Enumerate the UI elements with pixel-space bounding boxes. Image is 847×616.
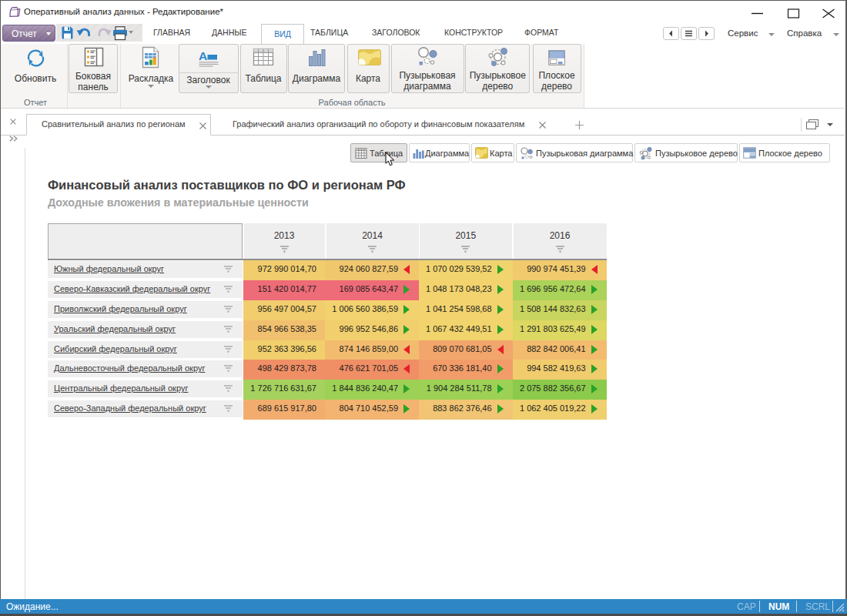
svg-text:A: A <box>199 49 207 62</box>
